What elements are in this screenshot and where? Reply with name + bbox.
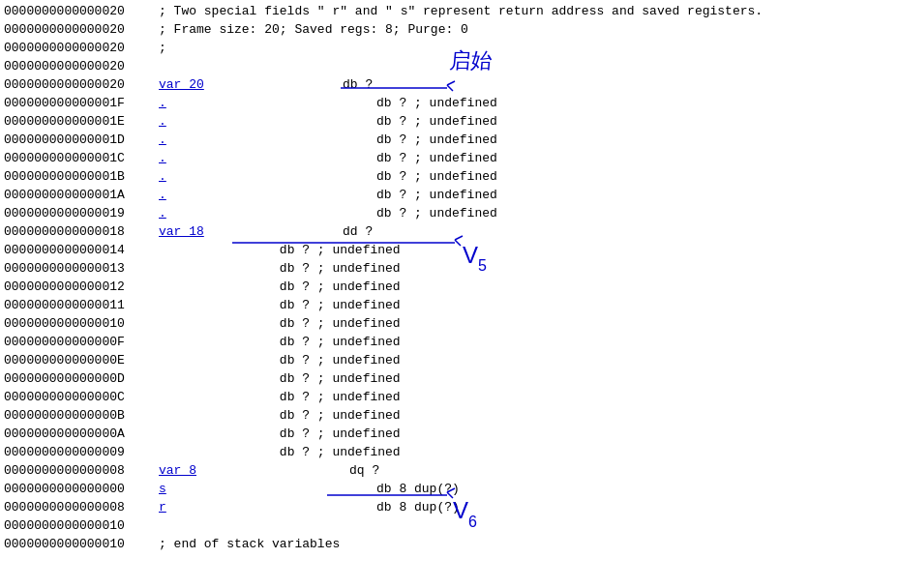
code-line: 000000000000000B db ? ; undefined — [0, 406, 899, 425]
address: 0000000000000014 — [4, 241, 159, 259]
instruction: db ? ; undefined — [376, 149, 497, 167]
code-line: 0000000000000020 ; Frame size: 20; Saved… — [0, 20, 899, 39]
code-line: 0000000000000018 var_18dd ? — [0, 222, 899, 241]
instruction: db ? ; undefined — [280, 388, 401, 406]
label[interactable]: r — [159, 498, 275, 516]
code-line: 000000000000001C .db ? ; undefined — [0, 149, 899, 167]
address: 0000000000000020 — [4, 2, 159, 20]
address: 0000000000000013 — [4, 259, 159, 278]
address: 0000000000000010 — [4, 516, 159, 535]
empty-label — [159, 406, 280, 425]
empty-label — [159, 388, 280, 406]
empty-label — [159, 443, 280, 461]
instruction: dq ? — [349, 461, 407, 480]
instruction: db 8 dup(?) — [376, 498, 460, 516]
code-line: 000000000000000D db ? ; undefined — [0, 369, 899, 388]
comment: ; — [159, 39, 166, 57]
instruction: db ? ; undefined — [280, 278, 401, 296]
address: 0000000000000010 — [4, 535, 159, 553]
address: 000000000000001C — [4, 149, 159, 167]
instruction: db ? ; undefined — [376, 167, 497, 186]
instruction: db ? ; undefined — [280, 314, 401, 333]
code-line: 000000000000000E db ? ; undefined — [0, 351, 899, 369]
code-area: 0000000000000020 ; Two special fields " … — [0, 0, 899, 555]
instruction: db 8 dup(?) — [376, 480, 460, 498]
instruction: db ? ; undefined — [376, 112, 497, 131]
address: 0000000000000020 — [4, 57, 159, 75]
address: 0000000000000020 — [4, 75, 159, 94]
code-line: 0000000000000020 — [0, 57, 899, 75]
dot-label: . — [159, 204, 275, 222]
address: 000000000000001A — [4, 186, 159, 204]
dot-label: . — [159, 186, 275, 204]
code-line: 0000000000000010 ; end of stack variable… — [0, 535, 899, 553]
address: 000000000000000F — [4, 333, 159, 351]
empty-label — [159, 296, 280, 314]
instruction: db ? ; undefined — [376, 186, 497, 204]
instruction: db ? ; undefined — [280, 406, 401, 425]
address: 0000000000000019 — [4, 204, 159, 222]
empty-label — [159, 425, 280, 443]
address: 000000000000000B — [4, 406, 159, 425]
code-line: 0000000000000010 db ? ; undefined — [0, 314, 899, 333]
address: 0000000000000020 — [4, 39, 159, 57]
address: 0000000000000009 — [4, 443, 159, 461]
empty-label — [159, 351, 280, 369]
dot-label: . — [159, 131, 275, 149]
address: 000000000000000E — [4, 351, 159, 369]
code-line: 000000000000000A db ? ; undefined — [0, 425, 899, 443]
empty-label — [159, 333, 280, 351]
address: 0000000000000000 — [4, 480, 159, 498]
code-line: 0000000000000008 rdb 8 dup(?) — [0, 498, 899, 516]
instruction: db ? — [343, 75, 401, 94]
comment: ; end of stack variables — [159, 535, 340, 553]
code-line: 000000000000001B .db ? ; undefined — [0, 167, 899, 186]
code-line: 0000000000000020 ; Two special fields " … — [0, 2, 899, 20]
address: 000000000000001F — [4, 94, 159, 112]
label[interactable]: var_18 — [159, 222, 275, 241]
instruction: db ? ; undefined — [280, 241, 401, 259]
empty-label — [159, 241, 280, 259]
address: 000000000000001D — [4, 131, 159, 149]
code-line: 0000000000000009 db ? ; undefined — [0, 443, 899, 461]
address: 0000000000000011 — [4, 296, 159, 314]
instruction: db ? ; undefined — [280, 259, 401, 278]
code-line: 000000000000000F db ? ; undefined — [0, 333, 899, 351]
address: 0000000000000018 — [4, 222, 159, 241]
code-line: 0000000000000010 — [0, 516, 899, 535]
address: 000000000000000D — [4, 369, 159, 388]
label[interactable]: s — [159, 480, 275, 498]
address: 000000000000000A — [4, 425, 159, 443]
comment: ; Frame size: 20; Saved regs: 8; Purge: … — [159, 20, 468, 39]
instruction: db ? ; undefined — [280, 443, 401, 461]
empty-label — [159, 314, 280, 333]
instruction: db ? ; undefined — [280, 333, 401, 351]
instruction: db ? ; undefined — [376, 94, 497, 112]
code-line: 0000000000000020 var_20db ? — [0, 75, 899, 94]
address: 0000000000000008 — [4, 461, 159, 480]
label[interactable]: var_20 — [159, 75, 275, 94]
dot-label: . — [159, 94, 275, 112]
code-line: 0000000000000011 db ? ; undefined — [0, 296, 899, 314]
code-line: 000000000000001E .db ? ; undefined — [0, 112, 899, 131]
code-line: 0000000000000020 ; — [0, 39, 899, 57]
code-line: 000000000000001F .db ? ; undefined — [0, 94, 899, 112]
instruction: db ? ; undefined — [376, 204, 497, 222]
code-line: 000000000000000C db ? ; undefined — [0, 388, 899, 406]
empty-label — [159, 278, 280, 296]
instruction: db ? ; undefined — [280, 351, 401, 369]
code-line: 0000000000000000 sdb 8 dup(?) — [0, 480, 899, 498]
code-line: 000000000000001D .db ? ; undefined — [0, 131, 899, 149]
comment: ; Two special fields " r" and " s" repre… — [159, 2, 763, 20]
empty-label — [159, 369, 280, 388]
empty-label — [159, 259, 280, 278]
address: 000000000000000C — [4, 388, 159, 406]
code-line: 0000000000000008 var_8dq ? — [0, 461, 899, 480]
code-line: 000000000000001A .db ? ; undefined — [0, 186, 899, 204]
label[interactable]: var_8 — [159, 461, 275, 480]
code-line: 0000000000000014 db ? ; undefined — [0, 241, 899, 259]
dot-label: . — [159, 112, 275, 131]
instruction: dd ? — [343, 222, 401, 241]
code-line: 0000000000000019 .db ? ; undefined — [0, 204, 899, 222]
address: 0000000000000020 — [4, 20, 159, 39]
